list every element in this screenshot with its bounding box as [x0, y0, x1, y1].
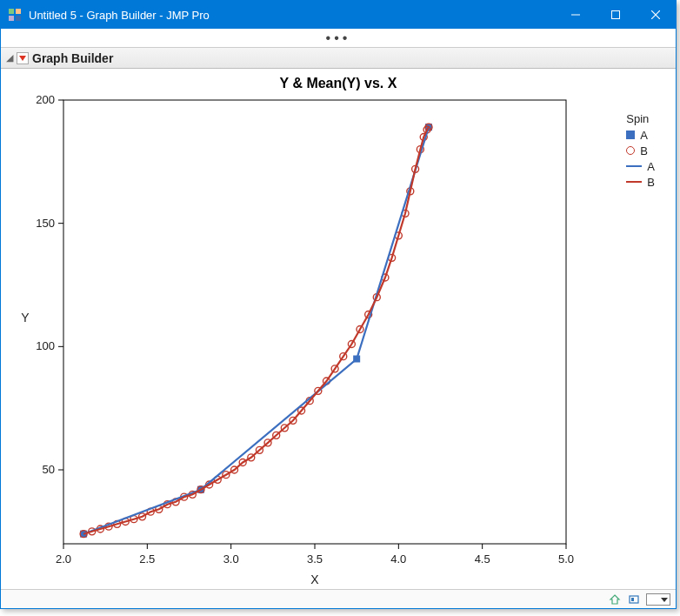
window-title: Untitled 5 - Graph Builder - JMP Pro	[29, 9, 556, 22]
panel-header[interactable]: ◢ Graph Builder	[1, 48, 676, 69]
svg-text:3.0: 3.0	[223, 552, 239, 566]
chart-title: Y & Mean(Y) vs. X	[1, 76, 676, 91]
svg-marker-85	[610, 595, 619, 604]
legend-title: Spin	[626, 112, 655, 125]
svg-text:3.5: 3.5	[307, 552, 323, 566]
close-button[interactable]	[636, 1, 676, 29]
svg-text:4.0: 4.0	[390, 552, 406, 566]
titlebar[interactable]: Untitled 5 - Graph Builder - JMP Pro	[1, 1, 676, 29]
app-icon	[8, 8, 22, 22]
legend-item-a-marker[interactable]: A	[626, 127, 655, 143]
square-icon	[626, 131, 635, 139]
panel-title: Graph Builder	[32, 51, 113, 65]
circle-icon	[626, 146, 635, 155]
svg-rect-0	[9, 9, 14, 14]
legend-item-b-marker[interactable]: B	[626, 143, 655, 158]
svg-text:100: 100	[36, 339, 55, 352]
svg-rect-87	[631, 598, 634, 601]
legend[interactable]: Spin A B A B	[626, 112, 655, 190]
svg-rect-2	[9, 16, 14, 21]
svg-rect-10	[63, 100, 566, 544]
minimize-button[interactable]	[556, 1, 596, 29]
svg-text:50: 50	[43, 463, 55, 476]
svg-rect-3	[16, 16, 21, 21]
svg-rect-5	[612, 11, 620, 19]
chart-content: Y & Mean(Y) vs. X 2.02.53.03.54.04.55.05…	[1, 69, 676, 589]
svg-text:2.0: 2.0	[56, 552, 71, 566]
legend-item-b-line[interactable]: B	[626, 174, 655, 190]
svg-text:150: 150	[36, 217, 55, 230]
red-triangle-menu-icon[interactable]	[17, 52, 29, 64]
maximize-button[interactable]	[596, 1, 636, 29]
svg-text:4.5: 4.5	[475, 552, 490, 566]
line-icon	[626, 181, 642, 183]
svg-text:5.0: 5.0	[558, 552, 574, 566]
svg-marker-88	[661, 598, 668, 602]
svg-text:200: 200	[36, 93, 55, 106]
svg-rect-1	[16, 9, 21, 14]
app-window: Untitled 5 - Graph Builder - JMP Pro •••…	[0, 0, 677, 609]
chart-plot[interactable]: 2.02.53.03.54.04.55.050100150200XY	[1, 91, 662, 596]
svg-text:Y: Y	[21, 311, 30, 325]
svg-text:2.5: 2.5	[139, 552, 155, 566]
legend-item-a-line[interactable]: A	[626, 158, 655, 174]
toolbar-handle[interactable]: •••	[1, 29, 676, 48]
svg-text:X: X	[310, 572, 319, 586]
disclosure-triangle-icon[interactable]: ◢	[6, 52, 13, 64]
line-icon	[626, 165, 642, 167]
